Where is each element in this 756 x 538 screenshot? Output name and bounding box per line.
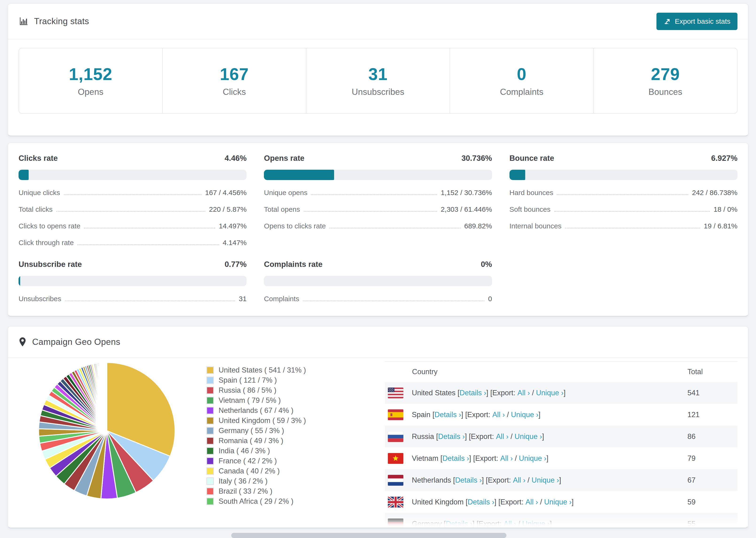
export-unique-link[interactable]: Unique › (522, 520, 550, 528)
legend-item[interactable]: United States ( 541 / 31% ) (206, 365, 306, 375)
export-unique-link[interactable]: Unique › (519, 454, 546, 463)
row-total: 121 (687, 410, 737, 419)
geo-table: Country Total United States [Details ›] … (385, 361, 737, 528)
bracket-text: ] (564, 389, 566, 397)
bracket-text: ] [ (465, 432, 471, 441)
details-link[interactable]: Details › (442, 454, 469, 463)
legend-item[interactable]: Romania ( 49 / 3% ) (206, 436, 306, 446)
rate-rows: Unique clicks167 / 4.456%Total clicks220… (19, 189, 246, 247)
legend-label: Germany ( 55 / 3% ) (219, 426, 284, 435)
export-all-link[interactable]: All › (492, 410, 505, 419)
stat-value: 31 (368, 65, 388, 84)
legend-swatch (206, 366, 214, 374)
rate-value: 6.927% (711, 154, 737, 163)
metric-value: 0 (488, 295, 492, 303)
details-link[interactable]: Details › (459, 389, 486, 397)
legend-item[interactable]: Vietnam ( 79 / 5% ) (206, 395, 306, 405)
details-link[interactable]: Details › (446, 520, 473, 528)
legend-item[interactable]: France ( 42 / 2% ) (206, 456, 306, 466)
rate-section-clicks-rate: Clicks rate4.46%Unique clicks167 / 4.456… (19, 154, 246, 247)
legend-swatch (206, 467, 214, 475)
dotted-leader (557, 194, 688, 195)
country-name: Vietnam (412, 454, 438, 463)
legend-swatch (206, 397, 214, 404)
rate-value: 0.77% (225, 260, 247, 269)
details-link[interactable]: Details › (455, 476, 482, 484)
export-all-link[interactable]: All › (496, 432, 508, 441)
legend-swatch (206, 437, 214, 445)
stat-box: 1,152Opens (19, 48, 163, 113)
details-link[interactable]: Details › (468, 498, 495, 506)
country-name: Spain (412, 410, 430, 419)
legend-item[interactable]: Netherlands ( 67 / 4% ) (206, 405, 306, 415)
export-button-label: Export basic stats (675, 17, 730, 26)
rate-row: Unique opens1,152 / 30.736% (264, 189, 492, 197)
bracket-text: [ (434, 432, 438, 441)
rate-row: Click through rate4.147% (19, 239, 246, 247)
export-all-link[interactable]: All › (504, 520, 516, 528)
metric-value: 1,152 / 30.736% (441, 189, 492, 197)
slash-text: / (516, 520, 522, 528)
legend-item[interactable]: Spain ( 121 / 7% ) (206, 375, 306, 385)
flag-gb-icon (388, 497, 404, 508)
legend-label: United Kingdom ( 59 / 3% ) (219, 416, 306, 425)
summary-stats-body: 1,152Opens167Clicks31Unsubscribes0Compla… (8, 39, 748, 122)
geo-pie-chart (34, 358, 180, 504)
legend-item[interactable]: Canada ( 40 / 2% ) (206, 466, 306, 476)
export-unique-link[interactable]: Unique › (511, 410, 538, 419)
rate-section-bounce-rate: Bounce rate6.927%Hard bounces242 / 86.73… (510, 154, 737, 247)
stat-box: 0Complaints (450, 48, 594, 113)
legend-item[interactable]: Brazil ( 33 / 2% ) (206, 486, 306, 496)
legend-item[interactable]: India ( 46 / 3% ) (206, 446, 306, 456)
export-unique-link[interactable]: Unique › (544, 498, 571, 506)
export-all-link[interactable]: All › (517, 389, 530, 397)
legend-item[interactable]: United Kingdom ( 59 / 3% ) (206, 415, 306, 426)
legend-item[interactable]: Russia ( 86 / 5% ) (206, 385, 306, 395)
rate-rows: Hard bounces242 / 86.738%Soft bounces18 … (510, 189, 737, 230)
legend-item[interactable]: Italy ( 36 / 2% ) (206, 476, 306, 486)
country-name: Netherlands (412, 476, 451, 484)
legend-swatch (206, 447, 214, 455)
export-all-link[interactable]: All › (525, 498, 538, 506)
legend-label: Canada ( 40 / 2% ) (219, 467, 280, 475)
rate-head: Unsubscribe rate0.77% (19, 260, 246, 269)
export-all-link[interactable]: All › (513, 476, 525, 484)
horizontal-scrollbar-thumb[interactable] (231, 533, 507, 538)
stat-label: Opens (78, 87, 103, 97)
legend-label: South Africa ( 29 / 2% ) (219, 497, 294, 506)
country-name: Russia (412, 432, 434, 441)
details-link[interactable]: Details › (435, 410, 461, 419)
rate-head: Clicks rate4.46% (19, 154, 246, 163)
legend-item[interactable]: Germany ( 55 / 3% ) (206, 426, 306, 436)
export-unique-link[interactable]: Unique › (531, 476, 559, 484)
export-unique-link[interactable]: Unique › (514, 432, 542, 441)
progress-bar (19, 170, 246, 180)
bracket-text: ] [ (482, 476, 488, 484)
rate-title: Clicks rate (19, 154, 58, 163)
flag-ru-icon (388, 431, 404, 442)
legend-item[interactable]: South Africa ( 29 / 2% ) (206, 496, 306, 506)
legend-label: United States ( 541 / 31% ) (219, 366, 306, 374)
stat-label: Complaints (500, 87, 543, 97)
details-link[interactable]: Details › (438, 432, 465, 441)
legend-label: France ( 42 / 2% ) (219, 457, 277, 465)
rate-rows: Unique opens1,152 / 30.736%Total opens2,… (264, 189, 492, 230)
bracket-text: ] (546, 454, 549, 463)
stat-box: 31Unsubscribes (306, 48, 450, 113)
country-cell: Spain [Details ›] [Export: All › / Uniqu… (388, 409, 687, 420)
stat-label: Clicks (223, 87, 246, 97)
progress-bar (264, 170, 492, 180)
table-row: Vietnam [Details ›] [Export: All › / Uni… (385, 447, 737, 469)
pie-legend: United States ( 541 / 31% )Spain ( 121 /… (206, 365, 306, 506)
export-basic-stats-button[interactable]: Export basic stats (657, 13, 737, 30)
geo-body: United States ( 541 / 31% )Spain ( 121 /… (8, 358, 748, 528)
geo-table-header: Country Total (385, 362, 737, 382)
export-unique-link[interactable]: Unique › (536, 389, 564, 397)
rate-row: Unique clicks167 / 4.456% (19, 189, 246, 197)
rate-title: Opens rate (264, 154, 304, 163)
stat-label: Bounces (648, 87, 682, 97)
bracket-text: ] [ (469, 454, 475, 463)
stat-value: 167 (220, 65, 249, 84)
export-label: Export: (471, 432, 496, 441)
export-all-link[interactable]: All › (500, 454, 513, 463)
